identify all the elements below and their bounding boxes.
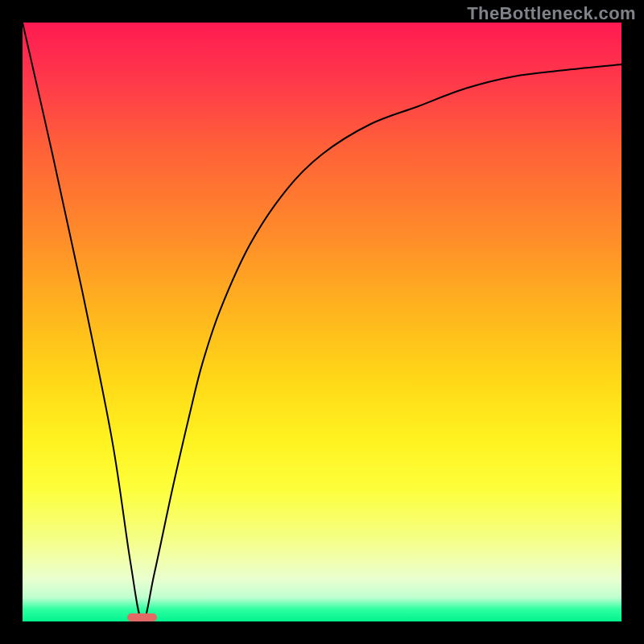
watermark-text: TheBottleneck.com [467,3,636,24]
optimal-marker [127,613,157,621]
chart-frame: TheBottleneck.com [0,0,644,644]
bottleneck-curve [23,23,621,621]
plot-area [23,23,621,621]
